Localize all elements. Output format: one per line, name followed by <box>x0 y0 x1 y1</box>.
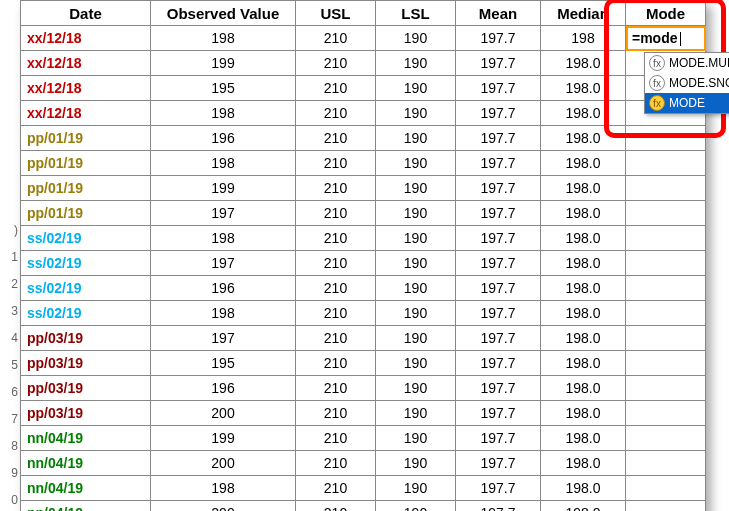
cell-median[interactable]: 198.0 <box>541 326 626 351</box>
cell-median[interactable]: 198.0 <box>541 176 626 201</box>
cell-mode[interactable] <box>626 351 706 376</box>
cell-mode[interactable] <box>626 226 706 251</box>
cell-date[interactable]: xx/12/18 <box>21 76 151 101</box>
cell-observed[interactable]: 196 <box>151 126 296 151</box>
cell-lsl[interactable]: 190 <box>376 176 456 201</box>
cell-date[interactable]: pp/01/19 <box>21 176 151 201</box>
cell-observed[interactable]: 199 <box>151 426 296 451</box>
cell-observed[interactable]: 198 <box>151 226 296 251</box>
cell-lsl[interactable]: 190 <box>376 251 456 276</box>
cell-usl[interactable]: 210 <box>296 276 376 301</box>
cell-observed[interactable]: 198 <box>151 101 296 126</box>
cell-usl[interactable]: 210 <box>296 451 376 476</box>
header-date[interactable]: Date <box>21 1 151 26</box>
cell-mean[interactable]: 197.7 <box>456 301 541 326</box>
cell-mean[interactable]: 197.7 <box>456 76 541 101</box>
cell-lsl[interactable]: 190 <box>376 451 456 476</box>
cell-mode[interactable] <box>626 151 706 176</box>
cell-median[interactable]: 198.0 <box>541 351 626 376</box>
cell-lsl[interactable]: 190 <box>376 51 456 76</box>
cell-mode[interactable] <box>626 426 706 451</box>
cell-mode[interactable] <box>626 276 706 301</box>
cell-mode[interactable] <box>626 451 706 476</box>
cell-mode[interactable] <box>626 376 706 401</box>
cell-usl[interactable]: 210 <box>296 351 376 376</box>
cell-median[interactable]: 198.0 <box>541 151 626 176</box>
cell-median[interactable]: 198.0 <box>541 76 626 101</box>
cell-usl[interactable]: 210 <box>296 401 376 426</box>
cell-date[interactable]: nn/04/19 <box>21 476 151 501</box>
header-lsl[interactable]: LSL <box>376 1 456 26</box>
cell-median[interactable]: 198.0 <box>541 376 626 401</box>
autocomplete-item[interactable]: fxMODE.SNGL <box>645 73 729 93</box>
cell-median[interactable]: 198.0 <box>541 301 626 326</box>
cell-observed[interactable]: 199 <box>151 51 296 76</box>
cell-date[interactable]: ss/02/19 <box>21 251 151 276</box>
cell-mean[interactable]: 197.7 <box>456 101 541 126</box>
cell-mode[interactable] <box>626 401 706 426</box>
cell-date[interactable]: pp/03/19 <box>21 326 151 351</box>
cell-lsl[interactable]: 190 <box>376 301 456 326</box>
cell-mean[interactable]: 197.7 <box>456 401 541 426</box>
cell-lsl[interactable]: 190 <box>376 326 456 351</box>
cell-observed[interactable]: 195 <box>151 76 296 101</box>
cell-mean[interactable]: 197.7 <box>456 126 541 151</box>
cell-mode[interactable] <box>626 301 706 326</box>
cell-date[interactable]: pp/03/19 <box>21 351 151 376</box>
cell-usl[interactable]: 210 <box>296 51 376 76</box>
cell-lsl[interactable]: 190 <box>376 276 456 301</box>
cell-mean[interactable]: 197.7 <box>456 251 541 276</box>
cell-usl[interactable]: 210 <box>296 326 376 351</box>
cell-mode[interactable] <box>626 201 706 226</box>
cell-lsl[interactable]: 190 <box>376 501 456 512</box>
cell-median[interactable]: 198.0 <box>541 401 626 426</box>
cell-lsl[interactable]: 190 <box>376 201 456 226</box>
cell-mean[interactable]: 197.7 <box>456 201 541 226</box>
cell-date[interactable]: nn/04/19 <box>21 451 151 476</box>
header-observed[interactable]: Observed Value <box>151 1 296 26</box>
cell-lsl[interactable]: 190 <box>376 376 456 401</box>
cell-usl[interactable]: 210 <box>296 76 376 101</box>
cell-usl[interactable]: 210 <box>296 201 376 226</box>
cell-lsl[interactable]: 190 <box>376 401 456 426</box>
cell-median[interactable]: 198.0 <box>541 501 626 512</box>
cell-usl[interactable]: 210 <box>296 501 376 512</box>
cell-usl[interactable]: 210 <box>296 26 376 51</box>
cell-median[interactable]: 198.0 <box>541 126 626 151</box>
cell-observed[interactable]: 200 <box>151 401 296 426</box>
cell-lsl[interactable]: 190 <box>376 101 456 126</box>
cell-date[interactable]: nn/04/19 <box>21 501 151 512</box>
cell-date[interactable]: pp/01/19 <box>21 126 151 151</box>
cell-lsl[interactable]: 190 <box>376 426 456 451</box>
cell-mean[interactable]: 197.7 <box>456 426 541 451</box>
cell-median[interactable]: 198.0 <box>541 276 626 301</box>
cell-observed[interactable]: 196 <box>151 376 296 401</box>
header-usl[interactable]: USL <box>296 1 376 26</box>
cell-observed[interactable]: 198 <box>151 26 296 51</box>
cell-mode[interactable] <box>626 126 706 151</box>
cell-usl[interactable]: 210 <box>296 376 376 401</box>
cell-mean[interactable]: 197.7 <box>456 451 541 476</box>
cell-date[interactable]: pp/03/19 <box>21 376 151 401</box>
cell-lsl[interactable]: 190 <box>376 351 456 376</box>
header-mode[interactable]: Mode <box>626 1 706 26</box>
cell-mean[interactable]: 197.7 <box>456 176 541 201</box>
cell-observed[interactable]: 200 <box>151 451 296 476</box>
cell-median[interactable]: 198 <box>541 26 626 51</box>
cell-date[interactable]: ss/02/19 <box>21 301 151 326</box>
cell-usl[interactable]: 210 <box>296 476 376 501</box>
cell-observed[interactable]: 197 <box>151 326 296 351</box>
cell-mode[interactable] <box>626 326 706 351</box>
cell-median[interactable]: 198.0 <box>541 451 626 476</box>
cell-mean[interactable]: 197.7 <box>456 376 541 401</box>
cell-median[interactable]: 198.0 <box>541 101 626 126</box>
cell-median[interactable]: 198.0 <box>541 426 626 451</box>
cell-mean[interactable]: 197.7 <box>456 51 541 76</box>
cell-mean[interactable]: 197.7 <box>456 476 541 501</box>
cell-usl[interactable]: 210 <box>296 301 376 326</box>
cell-mean[interactable]: 197.7 <box>456 501 541 512</box>
cell-observed[interactable]: 198 <box>151 476 296 501</box>
cell-lsl[interactable]: 190 <box>376 76 456 101</box>
cell-usl[interactable]: 210 <box>296 151 376 176</box>
formula-input-cell[interactable]: =mode <box>626 26 706 51</box>
